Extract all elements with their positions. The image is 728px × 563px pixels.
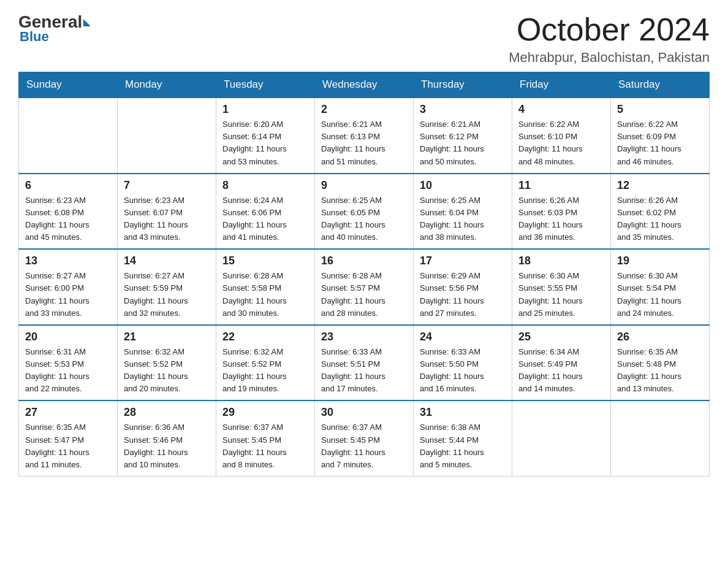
day-info: Sunrise: 6:33 AMSunset: 5:50 PMDaylight:… xyxy=(420,346,506,396)
day-info: Sunrise: 6:22 AMSunset: 6:09 PMDaylight:… xyxy=(617,118,703,168)
day-number: 18 xyxy=(518,255,604,267)
day-number: 27 xyxy=(25,406,111,419)
day-number: 7 xyxy=(124,179,210,192)
calendar-cell: 30Sunrise: 6:37 AMSunset: 5:45 PMDayligh… xyxy=(315,400,414,476)
day-info: Sunrise: 6:37 AMSunset: 5:45 PMDaylight:… xyxy=(222,421,308,471)
day-info: Sunrise: 6:28 AMSunset: 5:57 PMDaylight:… xyxy=(321,270,407,320)
calendar-cell: 11Sunrise: 6:26 AMSunset: 6:03 PMDayligh… xyxy=(512,174,611,250)
calendar-cell: 21Sunrise: 6:32 AMSunset: 5:52 PMDayligh… xyxy=(118,325,216,401)
day-number: 15 xyxy=(222,255,308,267)
day-info: Sunrise: 6:32 AMSunset: 5:52 PMDaylight:… xyxy=(222,346,308,396)
logo: General Blue xyxy=(18,12,91,45)
day-info: Sunrise: 6:22 AMSunset: 6:10 PMDaylight:… xyxy=(518,118,604,168)
calendar-table: SundayMondayTuesdayWednesdayThursdayFrid… xyxy=(18,72,710,477)
day-info: Sunrise: 6:25 AMSunset: 6:04 PMDaylight:… xyxy=(420,194,506,244)
calendar-cell: 12Sunrise: 6:26 AMSunset: 6:02 PMDayligh… xyxy=(611,174,710,250)
day-info: Sunrise: 6:31 AMSunset: 5:53 PMDaylight:… xyxy=(25,346,111,396)
day-number: 20 xyxy=(25,331,111,343)
weekday-header-wednesday: Wednesday xyxy=(315,72,414,98)
day-number: 25 xyxy=(518,331,604,343)
calendar-cell: 22Sunrise: 6:32 AMSunset: 5:52 PMDayligh… xyxy=(216,325,315,401)
day-info: Sunrise: 6:23 AMSunset: 6:08 PMDaylight:… xyxy=(25,194,111,244)
day-number: 24 xyxy=(420,331,506,343)
day-number: 10 xyxy=(420,179,506,192)
calendar-cell: 4Sunrise: 6:22 AMSunset: 6:10 PMDaylight… xyxy=(512,98,611,174)
page-header: General Blue October 2024 Mehrabpur, Bal… xyxy=(18,12,710,66)
calendar-cell: 2Sunrise: 6:21 AMSunset: 6:13 PMDaylight… xyxy=(315,98,414,174)
calendar-cell: 28Sunrise: 6:36 AMSunset: 5:46 PMDayligh… xyxy=(118,400,216,476)
calendar-week-row: 1Sunrise: 6:20 AMSunset: 6:14 PMDaylight… xyxy=(19,98,710,174)
day-info: Sunrise: 6:23 AMSunset: 6:07 PMDaylight:… xyxy=(124,194,210,244)
calendar-week-row: 20Sunrise: 6:31 AMSunset: 5:53 PMDayligh… xyxy=(19,325,710,401)
day-info: Sunrise: 6:26 AMSunset: 6:02 PMDaylight:… xyxy=(617,194,703,244)
day-number: 17 xyxy=(420,255,506,267)
calendar-cell: 14Sunrise: 6:27 AMSunset: 5:59 PMDayligh… xyxy=(118,249,216,325)
calendar-cell xyxy=(19,98,118,174)
calendar-cell: 19Sunrise: 6:30 AMSunset: 5:54 PMDayligh… xyxy=(611,249,710,325)
day-number: 5 xyxy=(617,103,703,116)
day-number: 6 xyxy=(25,179,111,192)
calendar-cell: 6Sunrise: 6:23 AMSunset: 6:08 PMDaylight… xyxy=(19,174,118,250)
day-number: 13 xyxy=(25,255,111,267)
day-number: 16 xyxy=(321,255,407,267)
day-info: Sunrise: 6:33 AMSunset: 5:51 PMDaylight:… xyxy=(321,346,407,396)
day-info: Sunrise: 6:29 AMSunset: 5:56 PMDaylight:… xyxy=(420,270,506,320)
calendar-week-row: 27Sunrise: 6:35 AMSunset: 5:47 PMDayligh… xyxy=(19,400,710,476)
day-info: Sunrise: 6:28 AMSunset: 5:58 PMDaylight:… xyxy=(222,270,308,320)
calendar-cell: 29Sunrise: 6:37 AMSunset: 5:45 PMDayligh… xyxy=(216,400,315,476)
day-info: Sunrise: 6:25 AMSunset: 6:05 PMDaylight:… xyxy=(321,194,407,244)
day-number: 11 xyxy=(518,179,604,192)
calendar-week-row: 6Sunrise: 6:23 AMSunset: 6:08 PMDaylight… xyxy=(19,174,710,250)
logo-blue-text: Blue xyxy=(20,29,49,45)
day-number: 8 xyxy=(222,179,308,192)
calendar-cell: 10Sunrise: 6:25 AMSunset: 6:04 PMDayligh… xyxy=(414,174,512,250)
weekday-header-thursday: Thursday xyxy=(414,72,512,98)
day-info: Sunrise: 6:34 AMSunset: 5:49 PMDaylight:… xyxy=(518,346,604,396)
calendar-header-row: SundayMondayTuesdayWednesdayThursdayFrid… xyxy=(19,72,710,98)
calendar-cell: 26Sunrise: 6:35 AMSunset: 5:48 PMDayligh… xyxy=(611,325,710,401)
calendar-cell xyxy=(611,400,710,476)
calendar-cell: 20Sunrise: 6:31 AMSunset: 5:53 PMDayligh… xyxy=(19,325,118,401)
month-title: October 2024 xyxy=(509,12,710,47)
weekday-header-friday: Friday xyxy=(512,72,611,98)
weekday-header-monday: Monday xyxy=(118,72,216,98)
day-info: Sunrise: 6:30 AMSunset: 5:55 PMDaylight:… xyxy=(518,270,604,320)
calendar-cell: 31Sunrise: 6:38 AMSunset: 5:44 PMDayligh… xyxy=(414,400,512,476)
calendar-cell: 17Sunrise: 6:29 AMSunset: 5:56 PMDayligh… xyxy=(414,249,512,325)
calendar-week-row: 13Sunrise: 6:27 AMSunset: 6:00 PMDayligh… xyxy=(19,249,710,325)
day-number: 14 xyxy=(124,255,210,267)
calendar-cell: 23Sunrise: 6:33 AMSunset: 5:51 PMDayligh… xyxy=(315,325,414,401)
day-info: Sunrise: 6:35 AMSunset: 5:48 PMDaylight:… xyxy=(617,346,703,396)
calendar-cell: 1Sunrise: 6:20 AMSunset: 6:14 PMDaylight… xyxy=(216,98,315,174)
day-number: 28 xyxy=(124,406,210,419)
day-info: Sunrise: 6:27 AMSunset: 5:59 PMDaylight:… xyxy=(124,270,210,320)
calendar-cell: 16Sunrise: 6:28 AMSunset: 5:57 PMDayligh… xyxy=(315,249,414,325)
day-number: 2 xyxy=(321,103,407,116)
calendar-cell: 7Sunrise: 6:23 AMSunset: 6:07 PMDaylight… xyxy=(118,174,216,250)
day-number: 19 xyxy=(617,255,703,267)
day-number: 9 xyxy=(321,179,407,192)
day-number: 22 xyxy=(222,331,308,343)
day-number: 26 xyxy=(617,331,703,343)
day-info: Sunrise: 6:37 AMSunset: 5:45 PMDaylight:… xyxy=(321,421,407,471)
day-number: 3 xyxy=(420,103,506,116)
day-number: 21 xyxy=(124,331,210,343)
day-number: 29 xyxy=(222,406,308,419)
day-number: 30 xyxy=(321,406,407,419)
day-number: 1 xyxy=(222,103,308,116)
day-info: Sunrise: 6:27 AMSunset: 6:00 PMDaylight:… xyxy=(25,270,111,320)
day-info: Sunrise: 6:36 AMSunset: 5:46 PMDaylight:… xyxy=(124,421,210,471)
calendar-cell: 18Sunrise: 6:30 AMSunset: 5:55 PMDayligh… xyxy=(512,249,611,325)
day-info: Sunrise: 6:24 AMSunset: 6:06 PMDaylight:… xyxy=(222,194,308,244)
location-text: Mehrabpur, Balochistan, Pakistan xyxy=(509,50,710,66)
day-info: Sunrise: 6:32 AMSunset: 5:52 PMDaylight:… xyxy=(124,346,210,396)
calendar-cell: 8Sunrise: 6:24 AMSunset: 6:06 PMDaylight… xyxy=(216,174,315,250)
weekday-header-saturday: Saturday xyxy=(611,72,710,98)
day-info: Sunrise: 6:35 AMSunset: 5:47 PMDaylight:… xyxy=(25,421,111,471)
title-block: October 2024 Mehrabpur, Balochistan, Pak… xyxy=(509,12,710,66)
day-number: 4 xyxy=(518,103,604,116)
day-number: 23 xyxy=(321,331,407,343)
day-info: Sunrise: 6:21 AMSunset: 6:12 PMDaylight:… xyxy=(420,118,506,168)
weekday-header-tuesday: Tuesday xyxy=(216,72,315,98)
day-info: Sunrise: 6:30 AMSunset: 5:54 PMDaylight:… xyxy=(617,270,703,320)
